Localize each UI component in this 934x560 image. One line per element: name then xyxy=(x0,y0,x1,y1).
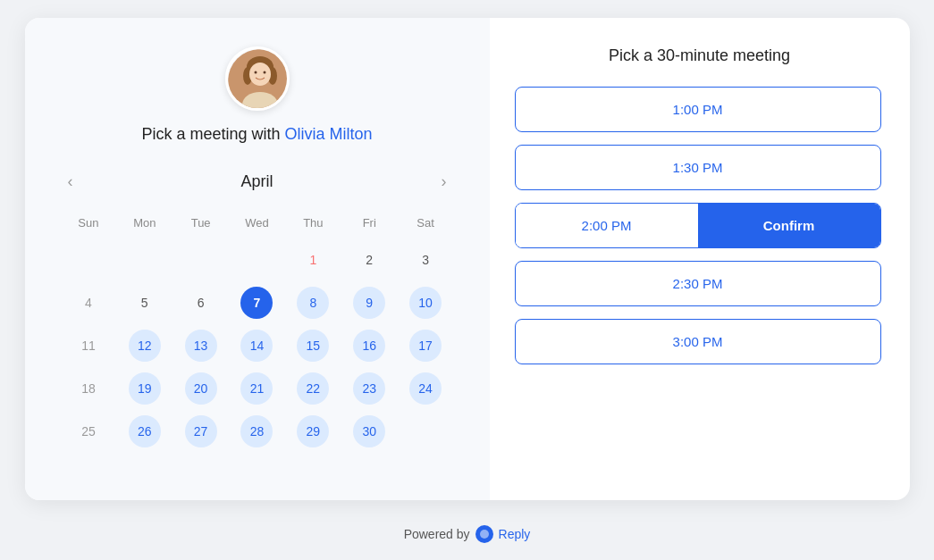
cal-day-7[interactable]: 7 xyxy=(240,287,273,319)
cal-cell: 23 xyxy=(341,369,398,408)
meeting-title: Pick a meeting with Olivia Milton xyxy=(141,125,372,144)
cal-day-5[interactable]: 5 xyxy=(129,287,161,319)
cal-cell: 13 xyxy=(172,326,229,365)
cal-cell: 11 xyxy=(61,326,117,365)
day-header-thu: Thu xyxy=(285,213,341,233)
time-slot-3-row: 2:00 PM Confirm xyxy=(515,203,881,248)
cal-day-10[interactable]: 10 xyxy=(409,287,442,319)
cal-cell: 28 xyxy=(229,412,285,451)
powered-by-label: Powered by xyxy=(404,527,470,541)
time-slot-5[interactable]: 3:00 PM xyxy=(515,319,881,364)
cal-cell xyxy=(229,240,285,280)
month-label: April xyxy=(240,172,273,191)
cal-day-empty xyxy=(129,244,161,276)
time-slot-1[interactable]: 1:00 PM xyxy=(515,87,881,132)
cal-cell: 21 xyxy=(229,369,285,408)
cal-cell: 9 xyxy=(341,283,398,322)
cal-day-18: 18 xyxy=(72,372,105,405)
cal-day-11: 11 xyxy=(72,330,105,362)
cal-day-13[interactable]: 13 xyxy=(185,330,217,362)
cal-day-27[interactable]: 27 xyxy=(185,415,217,447)
cal-cell: 16 xyxy=(341,326,398,365)
cal-cell: 12 xyxy=(116,326,172,365)
cal-day-30[interactable]: 30 xyxy=(353,415,385,447)
meeting-card: Pick a meeting with Olivia Milton ‹ Apri… xyxy=(25,18,910,500)
cal-day-9[interactable]: 9 xyxy=(353,287,385,319)
confirm-button[interactable]: Confirm xyxy=(698,204,880,247)
cal-day-24[interactable]: 24 xyxy=(409,372,442,405)
calendar: Sun Mon Tue Wed Thu Fri Sat 123456789101… xyxy=(61,213,454,451)
time-panel-title: Pick a 30-minute meeting xyxy=(609,46,790,65)
cal-cell: 27 xyxy=(172,412,229,451)
cal-day-20[interactable]: 20 xyxy=(185,372,217,405)
cal-day-8[interactable]: 8 xyxy=(297,287,329,319)
cal-day-1: 1 xyxy=(297,244,329,276)
avatar xyxy=(225,46,290,111)
cal-cell: 10 xyxy=(398,283,454,322)
reply-link[interactable]: Reply xyxy=(499,527,531,541)
cal-cell: 1 xyxy=(285,240,341,280)
cal-cell: 3 xyxy=(398,240,454,280)
day-headers: Sun Mon Tue Wed Thu Fri Sat xyxy=(61,213,454,233)
time-slot-2[interactable]: 1:30 PM xyxy=(515,145,881,190)
day-header-tue: Tue xyxy=(172,213,229,233)
cal-cell: 17 xyxy=(398,326,454,365)
cal-day-empty xyxy=(240,244,273,276)
cal-day-4: 4 xyxy=(72,287,105,319)
next-month-button[interactable]: › xyxy=(433,169,453,195)
cal-cell: 6 xyxy=(172,283,229,322)
cal-cell: 25 xyxy=(61,412,117,451)
cal-day-empty xyxy=(409,415,442,447)
cal-cell: 15 xyxy=(285,326,341,365)
day-header-sun: Sun xyxy=(61,213,117,233)
cal-day-29[interactable]: 29 xyxy=(297,415,329,447)
reply-logo xyxy=(475,525,493,543)
cal-cell: 22 xyxy=(285,369,341,408)
time-slot-4[interactable]: 2:30 PM xyxy=(515,261,881,306)
cal-day-28[interactable]: 28 xyxy=(240,415,273,447)
cal-day-19[interactable]: 19 xyxy=(129,372,161,405)
cal-day-14[interactable]: 14 xyxy=(240,330,273,362)
cal-day-2[interactable]: 2 xyxy=(353,244,385,276)
cal-day-25: 25 xyxy=(72,415,105,447)
cal-cell: 7 xyxy=(229,283,285,322)
cal-cell: 24 xyxy=(398,369,454,408)
cal-cell: 19 xyxy=(116,369,172,408)
left-panel: Pick a meeting with Olivia Milton ‹ Apri… xyxy=(25,18,490,500)
cal-cell: 2 xyxy=(341,240,398,280)
cal-day-empty xyxy=(185,244,217,276)
svg-point-8 xyxy=(263,71,265,73)
cal-day-26[interactable]: 26 xyxy=(129,415,161,447)
cal-cell: 20 xyxy=(172,369,229,408)
cal-cell: 14 xyxy=(229,326,285,365)
day-header-mon: Mon xyxy=(116,213,172,233)
cal-cell: 26 xyxy=(116,412,172,451)
prev-month-button[interactable]: ‹ xyxy=(61,169,80,195)
cal-cell xyxy=(398,412,454,451)
calendar-grid: 1234567891011121314151617181920212223242… xyxy=(61,240,454,451)
cal-cell xyxy=(61,240,117,280)
cal-cell xyxy=(116,240,172,280)
day-header-fri: Fri xyxy=(341,213,398,233)
cal-day-22[interactable]: 22 xyxy=(297,372,329,405)
cal-day-3[interactable]: 3 xyxy=(409,244,442,276)
day-header-sat: Sat xyxy=(398,213,454,233)
cal-day-17[interactable]: 17 xyxy=(409,330,442,362)
day-header-wed: Wed xyxy=(229,213,285,233)
cal-day-6[interactable]: 6 xyxy=(185,287,217,319)
cal-cell: 29 xyxy=(285,412,341,451)
cal-day-15[interactable]: 15 xyxy=(297,330,329,362)
cal-cell: 8 xyxy=(285,283,341,322)
time-slot-3-time[interactable]: 2:00 PM xyxy=(516,204,698,247)
cal-cell: 30 xyxy=(341,412,398,451)
person-name: Olivia Milton xyxy=(285,125,373,143)
cal-day-12[interactable]: 12 xyxy=(129,330,161,362)
cal-cell: 5 xyxy=(116,283,172,322)
cal-day-16[interactable]: 16 xyxy=(353,330,385,362)
cal-cell: 4 xyxy=(61,283,117,322)
time-slots-list: 1:00 PM 1:30 PM 2:00 PM Confirm 2:30 PM … xyxy=(515,87,885,364)
cal-day-21[interactable]: 21 xyxy=(240,372,273,405)
cal-day-23[interactable]: 23 xyxy=(353,372,385,405)
cal-cell: 18 xyxy=(61,369,117,408)
right-panel: Pick a 30-minute meeting 1:00 PM 1:30 PM… xyxy=(490,18,910,500)
